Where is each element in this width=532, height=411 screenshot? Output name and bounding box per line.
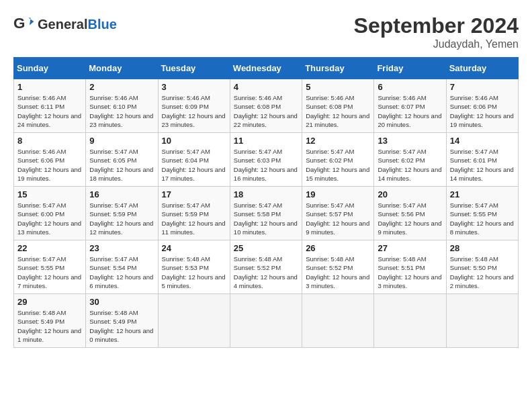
day-number: 24: [162, 243, 226, 253]
day-number: 18: [234, 189, 298, 199]
day-info: Sunrise: 5:47 AM Sunset: 6:01 PM Dayligh…: [450, 147, 515, 183]
table-row: 23 Sunrise: 5:47 AM Sunset: 5:54 PM Dayl…: [86, 240, 158, 294]
table-row: 13 Sunrise: 5:47 AM Sunset: 6:02 PM Dayl…: [374, 133, 446, 187]
day-info: Sunrise: 5:47 AM Sunset: 5:59 PM Dayligh…: [89, 201, 154, 236]
day-info: Sunrise: 5:47 AM Sunset: 5:55 PM Dayligh…: [17, 255, 82, 290]
day-number: 8: [17, 136, 82, 146]
day-number: 5: [306, 82, 370, 92]
day-number: 16: [89, 189, 154, 199]
col-monday: Monday: [86, 58, 158, 79]
day-info: Sunrise: 5:47 AM Sunset: 5:57 PM Dayligh…: [306, 201, 370, 236]
logo-blue: Blue: [87, 17, 116, 32]
day-number: 6: [378, 82, 442, 92]
logo: G GeneralBlue: [13, 13, 117, 35]
table-row: 1 Sunrise: 5:46 AM Sunset: 6:11 PM Dayli…: [14, 79, 86, 133]
day-info: Sunrise: 5:47 AM Sunset: 6:02 PM Dayligh…: [306, 147, 370, 183]
day-info: Sunrise: 5:47 AM Sunset: 5:56 PM Dayligh…: [378, 201, 442, 236]
day-number: 23: [89, 243, 154, 253]
table-row: [230, 294, 302, 348]
table-row: 14 Sunrise: 5:47 AM Sunset: 6:01 PM Dayl…: [446, 133, 518, 187]
table-row: 3 Sunrise: 5:46 AM Sunset: 6:09 PM Dayli…: [158, 79, 230, 133]
table-row: [446, 294, 518, 348]
calendar-week-row: 22 Sunrise: 5:47 AM Sunset: 5:55 PM Dayl…: [14, 240, 519, 294]
col-wednesday: Wednesday: [230, 58, 302, 79]
table-row: 18 Sunrise: 5:47 AM Sunset: 5:58 PM Dayl…: [230, 187, 302, 240]
table-row: 29 Sunrise: 5:48 AM Sunset: 5:49 PM Dayl…: [14, 294, 86, 348]
day-info: Sunrise: 5:47 AM Sunset: 6:03 PM Dayligh…: [234, 147, 298, 183]
logo-general: General: [38, 17, 87, 32]
day-number: 28: [450, 243, 515, 253]
table-row: 20 Sunrise: 5:47 AM Sunset: 5:56 PM Dayl…: [374, 187, 446, 240]
table-row: 24 Sunrise: 5:48 AM Sunset: 5:53 PM Dayl…: [158, 240, 230, 294]
day-info: Sunrise: 5:48 AM Sunset: 5:53 PM Dayligh…: [162, 255, 226, 290]
day-info: Sunrise: 5:47 AM Sunset: 5:59 PM Dayligh…: [162, 201, 226, 236]
table-row: [374, 294, 446, 348]
table-row: 16 Sunrise: 5:47 AM Sunset: 5:59 PM Dayl…: [86, 187, 158, 240]
calendar-week-row: 1 Sunrise: 5:46 AM Sunset: 6:11 PM Dayli…: [14, 79, 519, 133]
day-number: 11: [234, 136, 298, 146]
day-info: Sunrise: 5:47 AM Sunset: 6:02 PM Dayligh…: [378, 147, 442, 183]
day-info: Sunrise: 5:48 AM Sunset: 5:52 PM Dayligh…: [306, 255, 370, 290]
col-tuesday: Tuesday: [158, 58, 230, 79]
day-info: Sunrise: 5:47 AM Sunset: 5:58 PM Dayligh…: [234, 201, 298, 236]
table-row: 9 Sunrise: 5:47 AM Sunset: 6:05 PM Dayli…: [86, 133, 158, 187]
day-info: Sunrise: 5:46 AM Sunset: 6:10 PM Dayligh…: [89, 93, 154, 129]
day-info: Sunrise: 5:47 AM Sunset: 5:55 PM Dayligh…: [450, 201, 515, 236]
table-row: 30 Sunrise: 5:48 AM Sunset: 5:49 PM Dayl…: [86, 294, 158, 348]
day-info: Sunrise: 5:48 AM Sunset: 5:51 PM Dayligh…: [378, 255, 442, 290]
calendar-week-row: 8 Sunrise: 5:46 AM Sunset: 6:06 PM Dayli…: [14, 133, 519, 187]
table-row: [302, 294, 374, 348]
day-info: Sunrise: 5:47 AM Sunset: 5:54 PM Dayligh…: [89, 255, 154, 290]
table-row: 27 Sunrise: 5:48 AM Sunset: 5:51 PM Dayl…: [374, 240, 446, 294]
calendar-header-row: Sunday Monday Tuesday Wednesday Thursday…: [14, 58, 519, 79]
table-row: 15 Sunrise: 5:47 AM Sunset: 6:00 PM Dayl…: [14, 187, 86, 240]
day-number: 1: [17, 82, 82, 92]
table-row: 21 Sunrise: 5:47 AM Sunset: 5:55 PM Dayl…: [446, 187, 518, 240]
location-subtitle: Judaydah, Yemen: [354, 38, 519, 50]
day-number: 12: [306, 136, 370, 146]
day-number: 25: [234, 243, 298, 253]
table-row: 8 Sunrise: 5:46 AM Sunset: 6:06 PM Dayli…: [14, 133, 86, 187]
day-number: 17: [162, 189, 226, 199]
day-info: Sunrise: 5:46 AM Sunset: 6:08 PM Dayligh…: [306, 93, 370, 129]
table-row: 7 Sunrise: 5:46 AM Sunset: 6:06 PM Dayli…: [446, 79, 518, 133]
calendar-week-row: 29 Sunrise: 5:48 AM Sunset: 5:49 PM Dayl…: [14, 294, 519, 348]
table-row: 4 Sunrise: 5:46 AM Sunset: 6:08 PM Dayli…: [230, 79, 302, 133]
logo-icon: G: [13, 13, 35, 35]
calendar-week-row: 15 Sunrise: 5:47 AM Sunset: 6:00 PM Dayl…: [14, 187, 519, 240]
title-block: September 2024 Judaydah, Yemen: [354, 13, 519, 50]
day-info: Sunrise: 5:46 AM Sunset: 6:06 PM Dayligh…: [450, 93, 515, 129]
table-row: 5 Sunrise: 5:46 AM Sunset: 6:08 PM Dayli…: [302, 79, 374, 133]
day-number: 30: [89, 297, 154, 307]
day-number: 19: [306, 189, 370, 199]
col-thursday: Thursday: [302, 58, 374, 79]
svg-text:G: G: [13, 15, 25, 32]
day-number: 26: [306, 243, 370, 253]
day-number: 21: [450, 189, 515, 199]
day-number: 7: [450, 82, 515, 92]
day-number: 22: [17, 243, 82, 253]
day-info: Sunrise: 5:48 AM Sunset: 5:50 PM Dayligh…: [450, 255, 515, 290]
day-number: 3: [162, 82, 226, 92]
table-row: 25 Sunrise: 5:48 AM Sunset: 5:52 PM Dayl…: [230, 240, 302, 294]
table-row: 10 Sunrise: 5:47 AM Sunset: 6:04 PM Dayl…: [158, 133, 230, 187]
day-info: Sunrise: 5:47 AM Sunset: 6:00 PM Dayligh…: [17, 201, 82, 236]
day-info: Sunrise: 5:46 AM Sunset: 6:06 PM Dayligh…: [17, 147, 82, 183]
table-row: 6 Sunrise: 5:46 AM Sunset: 6:07 PM Dayli…: [374, 79, 446, 133]
day-number: 9: [89, 136, 154, 146]
col-friday: Friday: [374, 58, 446, 79]
day-info: Sunrise: 5:48 AM Sunset: 5:49 PM Dayligh…: [89, 308, 154, 344]
day-number: 4: [234, 82, 298, 92]
table-row: 26 Sunrise: 5:48 AM Sunset: 5:52 PM Dayl…: [302, 240, 374, 294]
day-info: Sunrise: 5:48 AM Sunset: 5:52 PM Dayligh…: [234, 255, 298, 290]
table-row: 2 Sunrise: 5:46 AM Sunset: 6:10 PM Dayli…: [86, 79, 158, 133]
day-number: 2: [89, 82, 154, 92]
day-number: 14: [450, 136, 515, 146]
table-row: 17 Sunrise: 5:47 AM Sunset: 5:59 PM Dayl…: [158, 187, 230, 240]
day-number: 27: [378, 243, 442, 253]
table-row: 12 Sunrise: 5:47 AM Sunset: 6:02 PM Dayl…: [302, 133, 374, 187]
table-row: 11 Sunrise: 5:47 AM Sunset: 6:03 PM Dayl…: [230, 133, 302, 187]
day-info: Sunrise: 5:47 AM Sunset: 6:05 PM Dayligh…: [89, 147, 154, 183]
day-info: Sunrise: 5:48 AM Sunset: 5:49 PM Dayligh…: [17, 308, 82, 344]
day-info: Sunrise: 5:46 AM Sunset: 6:07 PM Dayligh…: [378, 93, 442, 129]
